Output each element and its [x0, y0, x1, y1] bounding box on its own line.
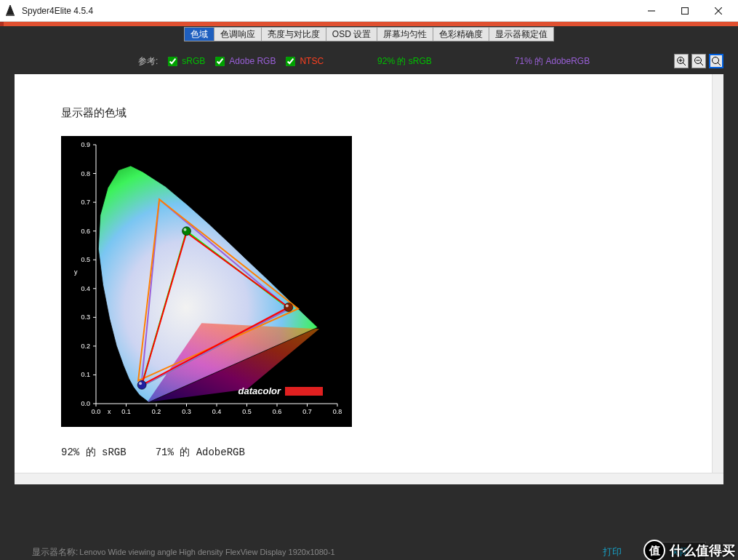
scrollbar-vertical[interactable] [712, 74, 723, 473]
svg-text:0.0: 0.0 [81, 400, 90, 407]
svg-point-66 [137, 380, 146, 389]
svg-text:0.5: 0.5 [242, 408, 252, 415]
stat-srgb: 92% 的 sRGB [377, 55, 432, 68]
svg-text:0.8: 0.8 [81, 170, 90, 177]
print-button[interactable]: 打印 [587, 543, 638, 560]
gamut-chart: 0.00.10.20.30.40.50.60.70.80.00.10.20.30… [61, 136, 352, 427]
watermark: 值 什么值得买 [643, 540, 735, 560]
checkbox-ntsc[interactable] [286, 57, 295, 66]
svg-line-6 [683, 63, 686, 65]
reference-bar: 参考: sRGB Adobe RGB NTSC 92% 的 sRGB 71% 的… [0, 54, 738, 68]
svg-text:0.6: 0.6 [81, 228, 90, 235]
label-srgb: sRGB [182, 56, 205, 66]
watermark-icon: 值 [643, 540, 665, 560]
svg-text:0.2: 0.2 [81, 343, 90, 350]
svg-rect-0 [6, 15, 15, 16]
chart-title: 显示器的色域 [61, 106, 677, 120]
svg-point-65 [286, 304, 289, 307]
svg-point-62 [183, 227, 191, 236]
brand-logo: datacolor [238, 385, 323, 396]
zoom-in-button[interactable] [674, 54, 689, 68]
maximize-button[interactable] [668, 0, 702, 22]
reference-label: 参考: [138, 55, 158, 68]
status-bar: 显示器名称: Lenovo Wide viewing angle High de… [0, 529, 738, 560]
svg-point-64 [284, 303, 293, 311]
checkbox-adobergb[interactable] [215, 57, 225, 66]
svg-text:0.1: 0.1 [81, 371, 90, 378]
chart-caption: 92% 的 sRGB 71% 的 AdobeRGB [61, 446, 677, 459]
svg-line-4 [715, 7, 722, 15]
scrollbar-horizontal[interactable] [15, 473, 723, 484]
svg-text:0.7: 0.7 [302, 408, 312, 415]
svg-text:0.4: 0.4 [81, 285, 90, 292]
svg-point-67 [139, 382, 142, 385]
window-titlebar: Spyder4Elite 4.5.4 [0, 0, 738, 22]
tab-bar: 色域 色调响应 亮度与对比度 OSD 设置 屏幕均匀性 色彩精确度 显示器额定值 [0, 26, 738, 42]
svg-text:0.3: 0.3 [182, 408, 191, 415]
content-panel: 显示器的色域 0.00.10.20.30.40.50.60.70.80.00.1… [15, 74, 723, 484]
svg-line-10 [700, 63, 703, 65]
tab-color-accuracy[interactable]: 色彩精确度 [433, 27, 489, 41]
app-icon [3, 4, 17, 18]
caption-adobergb: 71% 的 AdobeRGB [156, 446, 245, 459]
svg-text:0.6: 0.6 [273, 408, 282, 415]
tab-brightness-contrast[interactable]: 亮度与对比度 [261, 27, 326, 41]
stat-adobergb: 71% 的 AdobeRGB [515, 55, 590, 68]
tab-tone-response[interactable]: 色调响应 [214, 27, 261, 41]
svg-text:0.9: 0.9 [81, 141, 90, 148]
checkbox-srgb[interactable] [168, 57, 177, 66]
svg-text:0.5: 0.5 [81, 256, 90, 263]
svg-text:0.7: 0.7 [81, 199, 90, 206]
svg-line-3 [715, 7, 722, 15]
display-name-label: 显示器名称: [32, 546, 78, 559]
svg-text:0.4: 0.4 [212, 408, 222, 415]
svg-text:0.0: 0.0 [92, 408, 101, 415]
svg-text:0.2: 0.2 [152, 408, 161, 415]
tab-gamut[interactable]: 色域 [184, 27, 214, 41]
svg-rect-2 [682, 7, 689, 14]
label-ntsc: NTSC [300, 56, 324, 66]
zoom-fit-button[interactable] [709, 54, 723, 68]
minimize-button[interactable] [635, 0, 668, 22]
svg-text:y: y [74, 268, 78, 276]
svg-line-13 [718, 63, 721, 65]
svg-text:0.3: 0.3 [81, 313, 90, 321]
label-adobergb: Adobe RGB [229, 56, 276, 66]
tab-uniformity[interactable]: 屏幕均匀性 [377, 27, 433, 41]
window-title: Spyder4Elite 4.5.4 [22, 6, 635, 16]
svg-text:x: x [108, 408, 111, 415]
caption-srgb: 92% 的 sRGB [61, 446, 127, 459]
display-name-value: Lenovo Wide viewing angle High density F… [79, 548, 334, 556]
svg-text:0.8: 0.8 [333, 408, 342, 415]
watermark-text: 什么值得买 [670, 542, 735, 559]
tab-display-rating[interactable]: 显示器额定值 [489, 27, 554, 41]
svg-point-63 [184, 228, 187, 231]
zoom-out-button[interactable] [691, 54, 706, 68]
app-body: 色域 色调响应 亮度与对比度 OSD 设置 屏幕均匀性 色彩精确度 显示器额定值… [0, 26, 738, 560]
svg-text:0.1: 0.1 [121, 408, 131, 415]
close-button[interactable] [702, 0, 735, 22]
zoom-group [674, 54, 723, 68]
tab-osd-settings[interactable]: OSD 设置 [326, 27, 377, 41]
